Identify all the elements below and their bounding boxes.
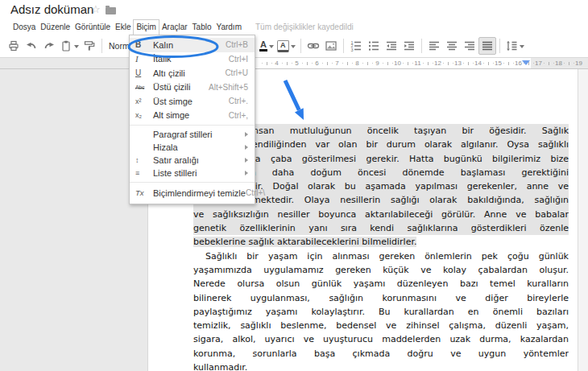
decrease-indent-button[interactable] (383, 37, 400, 55)
ruler-number: 14 (468, 58, 488, 68)
menu-tablo[interactable]: Tablo (190, 19, 214, 35)
google-docs-window: Adsız doküman ☆ Dosya Düzenle Görüntüle … (0, 0, 588, 371)
menu-item-clear-formatting[interactable]: Tx Biçimlendirmeyi temizle Ctrl+\ (130, 185, 255, 200)
text-color-button[interactable]: A (258, 37, 275, 55)
text-color-icon: A (259, 40, 267, 52)
format-menu-dropdown: B Kalın Ctrl+B I İtalik Ctrl+I U Altı çi… (129, 35, 255, 204)
document-title[interactable]: Adsız doküman (10, 2, 93, 16)
undo-button[interactable] (23, 37, 40, 55)
chevron-down-icon (520, 45, 524, 51)
menu-item-italic[interactable]: I İtalik Ctrl+I (130, 52, 255, 67)
align-center-button[interactable] (443, 37, 461, 55)
underline-icon: U (135, 68, 153, 77)
text-line[interactable]: paylaştığımız yaşamı kolaylaştırır. Bu k… (193, 305, 569, 319)
text-line[interactable]: yaşamımızda uygulamamız gereken küçük ve… (193, 263, 569, 277)
text-line[interactable]: temizlik, sağlıklı beslenme, bedensel ve… (193, 319, 569, 332)
menu-item-paragraph-styles[interactable]: Paragraf stilleri (130, 128, 255, 141)
insert-image-button[interactable] (322, 37, 340, 55)
menu-item-bold[interactable]: B Kalın Ctrl+B (130, 38, 255, 52)
menu-separator (130, 125, 255, 126)
svg-text:3: 3 (350, 47, 353, 52)
menu-araclar[interactable]: Araçlar (159, 19, 190, 35)
insert-link-icon (307, 39, 320, 52)
numbered-list-icon: 123 (350, 39, 362, 52)
paragraph-lines: Sağlıklı bir yaşam için alınması gereken… (193, 249, 569, 361)
redo-icon (43, 39, 56, 52)
toolbar-separator (300, 39, 301, 53)
numbered-list-button[interactable]: 123 (347, 37, 365, 55)
highlight-color-icon: A (277, 40, 289, 52)
ruler-number: 10 (387, 58, 408, 68)
titlebar: Adsız doküman ☆ (0, 0, 588, 19)
bulleted-list-icon (367, 39, 380, 52)
toolbar-separator (499, 39, 500, 53)
align-left-icon (428, 39, 441, 52)
ruler-number: 6 (307, 58, 327, 68)
text-line[interactable]: korunma, sorunlarla başa çıkmada doğru v… (193, 347, 569, 361)
line-spacing-button[interactable] (503, 37, 526, 55)
star-icon[interactable]: ☆ (91, 4, 101, 15)
text-line[interactable]: Sağlıklı bir yaşam için alınması gereken… (193, 249, 569, 263)
ruler-number: 8 (347, 58, 367, 68)
menu-item-superscript[interactable]: x² Üst simge Ctrl+. (130, 94, 255, 109)
menu-dosya[interactable]: Dosya (10, 19, 38, 35)
menu-item-line-spacing[interactable]: ↕ Satır aralığı (130, 154, 255, 167)
submenu-arrow-icon (245, 145, 248, 150)
paste-button[interactable] (58, 37, 81, 55)
italic-icon: I (135, 54, 153, 64)
align-left-button[interactable] (425, 37, 443, 55)
folder-icon[interactable] (106, 7, 116, 14)
redo-button[interactable] (40, 37, 58, 55)
menu-item-strikethrough[interactable]: Abc Üstü çizili Alt+Shift+5 (130, 80, 255, 95)
print-button[interactable] (5, 37, 23, 55)
insert-link-button[interactable] (304, 37, 322, 55)
submenu-arrow-icon (245, 158, 248, 163)
ruler-number: 19 (569, 58, 588, 68)
highlight-color-button[interactable]: A (275, 37, 297, 55)
submenu-arrow-icon (245, 171, 248, 175)
bold-icon: B (135, 40, 153, 49)
save-status: Tüm değişiklikler kaydedildi (255, 19, 354, 35)
right-indent-marker-icon[interactable] (522, 60, 530, 65)
paint-format-icon (83, 39, 96, 52)
increase-indent-icon (403, 39, 416, 52)
text-line[interactable]: bebeklerine sağlık aktarabileceklerini b… (193, 235, 569, 249)
menu-item-subscript[interactable]: x₂ Alt simge Ctrl+, (130, 109, 255, 123)
menu-yardim[interactable]: Yardım (213, 19, 244, 35)
ruler-number: 7 (327, 58, 347, 68)
menu-duzenle[interactable]: Düzenle (38, 19, 72, 35)
menu-ekle[interactable]: Ekle (113, 19, 133, 35)
menu-item-underline[interactable]: U Altı çizili Ctrl+U (130, 66, 255, 80)
paint-format-button[interactable] (81, 37, 98, 55)
line-spacing-icon: ↕ (135, 156, 153, 164)
undo-icon (25, 39, 38, 52)
justify-icon (481, 39, 494, 52)
menu-goruntule[interactable]: Görüntüle (72, 19, 113, 35)
text-line[interactable]: sigara, alkol, uyarıcı ve uyuşturucu mad… (193, 332, 569, 346)
ruler-number: 5 (287, 58, 307, 68)
ruler-number: 13 (448, 58, 468, 68)
ruler-scale: 45678910111213141516171819 (267, 58, 588, 68)
menu-bicim[interactable]: Biçim (133, 19, 159, 35)
justify-button[interactable] (478, 37, 496, 55)
text-line[interactable]: genetik özelliklerinin yanı sıra kendi s… (193, 221, 569, 235)
menu-item-list-styles[interactable]: ≡ Liste stilleri (130, 167, 255, 179)
increase-indent-button[interactable] (400, 37, 418, 55)
toolbar-separator (101, 39, 102, 53)
decrease-indent-icon (385, 39, 398, 52)
ruler-number: 9 (367, 58, 387, 68)
menu-separator (130, 182, 255, 183)
menu-item-align[interactable]: Hizala (130, 141, 255, 154)
superscript-icon: x² (135, 97, 153, 105)
document-area: Sağlık, insan mutluluğunun öncelik taşıy… (0, 69, 588, 371)
text-line[interactable]: Nerede olursa olsun günlük yaşamı düzenl… (193, 277, 569, 291)
text-line[interactable]: ve sağlıksızlığın nesiller boyunca aktar… (193, 208, 569, 221)
text-line[interactable]: kullanmadır. (193, 361, 569, 371)
vertical-scrollbar[interactable] (578, 69, 588, 371)
bulleted-list-button[interactable] (365, 37, 383, 55)
ruler-left-margin (0, 58, 147, 68)
text-line[interactable]: bilinerek uygulanması, sağlığın korunmas… (193, 291, 569, 305)
align-right-button[interactable] (461, 37, 478, 55)
ruler-number: 12 (428, 58, 448, 68)
toolbar: Normal m... A A 123 (0, 35, 588, 58)
